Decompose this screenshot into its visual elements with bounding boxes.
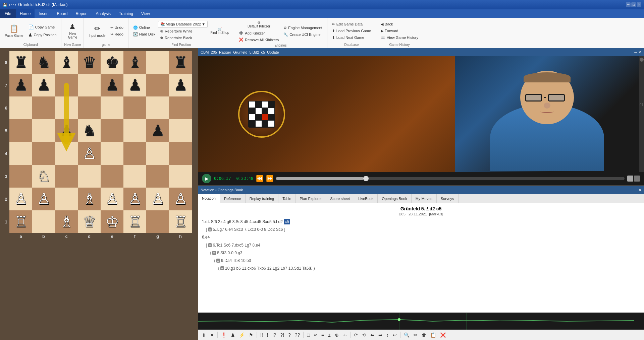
alt-sc6[interactable]: Sc6 [276, 227, 283, 232]
tb-question-exclaim[interactable]: ?! [279, 332, 285, 338]
create-uci-button[interactable]: 🔧 Create UCI Engine [281, 31, 324, 38]
sub4-ta6[interactable]: Ta6♜ ) [302, 266, 315, 271]
tb-search[interactable]: 🔍 [402, 332, 411, 338]
tb-question-question[interactable]: ?? [293, 332, 302, 338]
cell-c2[interactable] [55, 188, 78, 210]
cell-g2[interactable] [146, 188, 169, 210]
sub4-txb6[interactable]: Txb6 [257, 266, 266, 271]
quick-access-undo[interactable]: ↩ [9, 3, 12, 7]
cell-g6[interactable] [146, 96, 169, 119]
cell-f2[interactable] [123, 188, 146, 210]
cell-f5[interactable] [123, 119, 146, 142]
cell-d6[interactable] [78, 96, 101, 119]
menu-training[interactable]: Training [115, 9, 137, 18]
cell-b3[interactable] [32, 165, 55, 188]
cell-h4[interactable] [169, 142, 192, 165]
tb-exclaim-exclaim[interactable]: !! [259, 332, 264, 338]
cell-g7[interactable] [146, 74, 169, 96]
repertoire-white-button[interactable]: ♔ Repertoire White [158, 28, 208, 35]
menu-analysis[interactable]: Analysis [92, 9, 115, 18]
tb-x-mark[interactable]: ❌ [439, 332, 447, 338]
cell-g5[interactable] [146, 119, 169, 142]
tab-table[interactable]: Table [278, 194, 296, 203]
cell-b7[interactable] [32, 74, 55, 96]
tb-rotate[interactable]: ⟳ [353, 332, 360, 338]
tb-pawn-button[interactable]: ♟ [229, 332, 236, 338]
sub1-7dxc5[interactable]: 7.dxc5 [232, 243, 244, 248]
move-sxd5[interactable]: Sxd5 [262, 219, 271, 224]
tab-reference[interactable]: Reference [220, 194, 246, 203]
back-button[interactable]: ◀ Back [379, 21, 420, 27]
cell-h2[interactable] [169, 188, 192, 210]
vol-sq-1[interactable] [627, 176, 633, 182]
cell-a8[interactable] [9, 51, 32, 74]
tb-bang-button[interactable]: ❗ [220, 332, 228, 338]
tb-square[interactable]: □ [306, 332, 311, 338]
input-mode-button[interactable]: ✏ Input mode [87, 23, 107, 39]
cell-b1[interactable] [32, 210, 55, 233]
move-6e4[interactable]: 6.e4 [202, 235, 210, 240]
seek-forward-button[interactable]: ⏩ [266, 175, 273, 182]
repertoire-black-button[interactable]: ♚ Repertoire Black [158, 35, 208, 41]
menu-report[interactable]: Report [71, 9, 92, 18]
load-prev-button[interactable]: ⬆ Load Previous Game [330, 28, 373, 34]
cell-e1[interactable] [101, 210, 123, 233]
tab-my-moves[interactable]: My Moves [412, 194, 437, 203]
cell-d8[interactable] [78, 51, 101, 74]
new-game-button[interactable]: ♟ NewGame [66, 21, 79, 41]
cell-d2[interactable] [78, 188, 101, 210]
tb-plus-eq[interactable]: ⊕ [333, 332, 340, 338]
notation-close-icon[interactable]: ✕ [638, 188, 641, 192]
cell-h6[interactable] [169, 96, 192, 119]
cell-a2[interactable] [9, 188, 32, 210]
tb-rotate-back[interactable]: ⟲ [361, 332, 368, 338]
cell-b5[interactable] [32, 119, 55, 142]
cell-h8[interactable] [169, 51, 192, 74]
tab-plan-explorer[interactable]: Plan Explorer [296, 194, 326, 203]
cell-a4[interactable] [9, 142, 32, 165]
sub4-10g3[interactable]: 10.g3 [225, 266, 235, 271]
quick-access-redo[interactable]: ↪ [13, 3, 16, 7]
tab-replay-training[interactable]: Replay training [246, 194, 278, 203]
move-c5-current[interactable]: c5 [284, 219, 290, 224]
sub4-12lg2[interactable]: 12.Lg2 [267, 266, 279, 271]
add-kibitzer-button[interactable]: ➕ Add Kibitzer [237, 30, 281, 36]
forward-button[interactable]: ▶ Forward [379, 28, 420, 34]
tb-exclaim[interactable]: ! [266, 332, 270, 338]
cell-h5[interactable] [169, 119, 192, 142]
tb-flag-button[interactable]: ⚑ [248, 332, 255, 338]
sub2-00[interactable]: 0-0 [227, 251, 233, 255]
cell-c4[interactable] [55, 142, 78, 165]
cell-f1[interactable] [123, 210, 146, 233]
sub4-lb7[interactable]: Lb7 [280, 266, 287, 271]
alt-6e4[interactable]: 6.e4 [225, 227, 233, 232]
remove-kibitzers-button[interactable]: ❌ Remove All Kibitzers [237, 37, 281, 43]
cell-b8[interactable] [32, 51, 55, 74]
sub4-13sd1[interactable]: 13.Sd1 [288, 266, 301, 271]
sub3-tb8[interactable]: Tb8 [233, 258, 240, 263]
move-4cxd5[interactable]: 4.cxd5 [250, 219, 261, 224]
tb-arrow-left[interactable]: ⬅ [369, 332, 376, 338]
tb-plus-plus[interactable]: +- [341, 332, 348, 338]
sub1-sc6[interactable]: Sc6 [223, 243, 230, 248]
default-kibitzer-button[interactable]: ⚙ Default Kibitzer [237, 19, 281, 29]
cell-d5[interactable] [78, 119, 101, 142]
tb-delete-button[interactable]: ✕ [209, 332, 215, 338]
cell-e5[interactable] [101, 119, 123, 142]
tb-infinity[interactable]: ∞ [313, 332, 319, 338]
move-1d4[interactable]: 1.d4 [202, 219, 210, 224]
cell-d4[interactable] [78, 142, 101, 165]
move-sf6[interactable]: Sf6 [211, 219, 217, 224]
progress-thumb[interactable] [363, 176, 369, 181]
cell-e7[interactable] [101, 74, 123, 96]
cell-e8[interactable] [101, 51, 123, 74]
tab-surveys[interactable]: Surveys [437, 194, 459, 203]
sub2-9g3[interactable]: 9.g3 [234, 251, 242, 255]
move-g6[interactable]: g6 [227, 219, 231, 224]
cell-f7[interactable] [123, 74, 146, 96]
mega-db-button[interactable]: 📚 Mega Database 2022 ▼ [158, 21, 208, 28]
sub1-8e4[interactable]: 8.e4 [253, 243, 260, 248]
edit-game-data-button[interactable]: ✏ Edit Game Data [330, 21, 373, 27]
sub1-lg7[interactable]: Lg7 [245, 243, 251, 248]
tab-livebook[interactable]: LiveBook [354, 194, 378, 203]
